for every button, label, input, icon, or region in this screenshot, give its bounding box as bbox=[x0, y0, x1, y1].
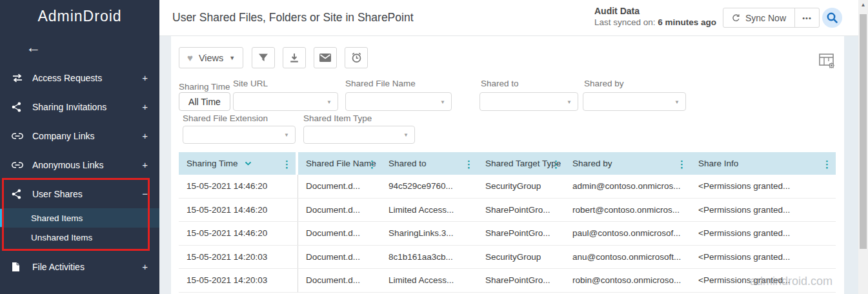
cell-shared-target-type: SharePointGro... bbox=[478, 199, 565, 222]
cell-shared-by: robert@contoso.onmicros... bbox=[565, 199, 691, 222]
column-label: Shared Target Type bbox=[485, 159, 561, 168]
cell-shared-file-name: Document.d... bbox=[298, 246, 381, 269]
schedule-button[interactable] bbox=[345, 47, 368, 68]
cell-shared-file-name: Document.d... bbox=[298, 222, 381, 245]
shared-file-extension-dropdown[interactable]: ▼ bbox=[183, 126, 296, 144]
column-label: Shared to bbox=[389, 159, 427, 168]
cell-shared-to: SharingLinks.3... bbox=[381, 222, 478, 245]
audit-data-title: Audit Data bbox=[594, 6, 723, 16]
sharing-time-label: Sharing Time bbox=[179, 82, 230, 92]
last-synced-text: Last synced on: 6 minutes ago bbox=[594, 17, 723, 27]
file-icon bbox=[12, 262, 25, 272]
chevron-down-icon: ▼ bbox=[327, 99, 332, 104]
sidebar-collapse-icon[interactable]: ← bbox=[26, 39, 41, 56]
column-label: Shared by bbox=[572, 159, 612, 168]
filter-button[interactable] bbox=[252, 47, 275, 68]
column-menu-icon[interactable]: ⋮ bbox=[551, 159, 561, 168]
sidebar-item-label: Access Requests bbox=[32, 73, 142, 83]
chevron-down-icon: ▼ bbox=[284, 132, 289, 138]
table-row[interactable]: 15-05-2021 14:46:20 Document.d... Limite… bbox=[179, 199, 836, 222]
download-button[interactable] bbox=[283, 47, 306, 68]
cell-sharing-time: 15-05-2021 14:20:03 bbox=[179, 246, 298, 269]
expand-icon[interactable]: + bbox=[142, 130, 148, 141]
shared-to-label: Shared to bbox=[481, 79, 519, 88]
cell-shared-by: paul@contoso.onmicrosof... bbox=[565, 222, 691, 245]
sidebar: AdminDroid ← Access Requests + bbox=[0, 0, 159, 294]
expand-icon[interactable]: + bbox=[142, 261, 148, 272]
cell-share-info: <Permissions granted... bbox=[691, 269, 836, 292]
column-menu-icon[interactable]: ⋮ bbox=[677, 159, 687, 168]
sidebar-item-file-activities[interactable]: File Activities + bbox=[0, 252, 159, 281]
chevron-down-icon: ▼ bbox=[440, 99, 445, 104]
views-dropdown-button[interactable]: ♥ Views ▼ bbox=[179, 47, 243, 68]
table-row[interactable]: 15-05-2021 14:46:20 Document.d... Sharin… bbox=[179, 222, 836, 246]
column-header-shared-to[interactable]: Shared to ⋮ bbox=[381, 152, 478, 175]
shared-to-dropdown[interactable]: ▼ bbox=[479, 92, 578, 111]
table-row[interactable]: 15-05-2021 14:20:03 Document.d... 8c1b16… bbox=[179, 246, 836, 270]
cell-sharing-time: 15-05-2021 14:20:03 bbox=[179, 269, 298, 292]
cell-shared-target-type: SecurityGroup bbox=[478, 175, 565, 198]
sidebar-item-sharing-invitations[interactable]: Sharing Invitations + bbox=[0, 92, 159, 121]
share-icon bbox=[12, 102, 25, 112]
sidebar-item-user-shares[interactable]: User Shares − bbox=[0, 179, 159, 208]
sidebar-item-label: User Shares bbox=[32, 189, 142, 199]
selected-accent-bar bbox=[0, 209, 3, 227]
content-right-gutter bbox=[844, 36, 858, 294]
cell-shared-target-type: SecurityGroup bbox=[478, 246, 565, 269]
report-panel: ♥ Views ▼ bbox=[171, 36, 844, 294]
scrollbar-thumb[interactable] bbox=[860, 14, 867, 249]
column-header-shared-target-type[interactable]: Shared Target Type ⋮ bbox=[478, 152, 565, 175]
sharing-time-filter[interactable]: All Time bbox=[179, 92, 230, 111]
link-icon bbox=[12, 162, 25, 168]
expand-icon[interactable]: + bbox=[142, 159, 148, 170]
shared-file-name-dropdown[interactable]: ▼ bbox=[345, 92, 452, 111]
shared-by-dropdown[interactable]: ▼ bbox=[583, 92, 686, 111]
sidebar-item-anonymous-links[interactable]: Anonymous Links + bbox=[0, 150, 159, 179]
expand-icon[interactable]: + bbox=[142, 72, 148, 83]
sidebar-item-label: Sharing Invitations bbox=[32, 102, 142, 112]
column-menu-icon[interactable]: ⋮ bbox=[822, 159, 832, 168]
sync-now-label: Sync Now bbox=[745, 13, 786, 23]
table-settings-icon bbox=[818, 52, 836, 70]
sidebar-item-access-requests[interactable]: Access Requests + bbox=[0, 63, 159, 92]
sidebar-nav: Access Requests + Sharing Invitations + bbox=[0, 63, 159, 281]
expand-icon[interactable]: + bbox=[142, 101, 148, 112]
admindroid-app: AdminDroid ← Access Requests + bbox=[0, 0, 868, 294]
column-header-sharing-time[interactable]: Sharing Time ⋮ bbox=[179, 152, 298, 175]
cell-shared-to: Limited Access... bbox=[381, 269, 478, 292]
scroll-up-arrow[interactable]: ▲ bbox=[858, 2, 868, 8]
shared-file-extension-label: Shared File Extension bbox=[183, 113, 268, 123]
cell-shared-file-name: Document.d... bbox=[298, 199, 381, 222]
collapse-minus-icon[interactable]: − bbox=[142, 188, 148, 199]
cell-shared-target-type: SharePointGro... bbox=[478, 222, 565, 245]
cell-shared-target-type: SharePointGro... bbox=[478, 269, 565, 292]
cell-sharing-time: 15-05-2021 14:46:20 bbox=[179, 222, 298, 245]
table-row[interactable]: 15-05-2021 14:20:03 Document.d... Limite… bbox=[179, 269, 836, 293]
table-row[interactable]: 15-05-2021 14:46:20 Document.d... 94c529… bbox=[179, 175, 836, 199]
column-chooser-button[interactable] bbox=[818, 52, 836, 70]
column-header-share-info[interactable]: Share Info ⋮ bbox=[691, 152, 836, 175]
site-url-dropdown[interactable]: ▼ bbox=[233, 92, 338, 111]
sync-now-button[interactable]: Sync Now bbox=[723, 8, 794, 27]
views-label: Views bbox=[199, 53, 223, 63]
search-button[interactable] bbox=[822, 8, 842, 28]
column-menu-icon[interactable]: ⋮ bbox=[282, 159, 292, 168]
sidebar-subitem-label: Unshared Items bbox=[31, 233, 92, 242]
search-icon bbox=[826, 12, 838, 24]
column-header-shared-by[interactable]: Shared by ⋮ bbox=[565, 152, 691, 175]
share-icon bbox=[12, 189, 25, 199]
column-menu-icon[interactable]: ⋮ bbox=[464, 159, 474, 168]
column-menu-icon[interactable]: ⋮ bbox=[367, 159, 377, 168]
shared-item-type-dropdown[interactable]: ▼ bbox=[303, 126, 415, 144]
sidebar-subitem-shared-items[interactable]: Shared Items bbox=[0, 208, 159, 228]
cell-shared-file-name: Document.d... bbox=[298, 269, 381, 292]
more-options-button[interactable]: ••• bbox=[794, 8, 819, 27]
chevron-down-icon: ▼ bbox=[403, 132, 409, 138]
chevron-down-icon: ▼ bbox=[229, 55, 235, 61]
sidebar-subitem-unshared-items[interactable]: Unshared Items bbox=[0, 228, 159, 247]
email-button[interactable] bbox=[314, 47, 337, 68]
sidebar-item-company-links[interactable]: Company Links + bbox=[0, 121, 159, 150]
cell-share-info: <Permissions granted... bbox=[691, 175, 836, 198]
column-header-shared-file-name[interactable]: Shared File Name ⋮ bbox=[298, 152, 381, 175]
column-label: Sharing Time bbox=[187, 159, 238, 168]
